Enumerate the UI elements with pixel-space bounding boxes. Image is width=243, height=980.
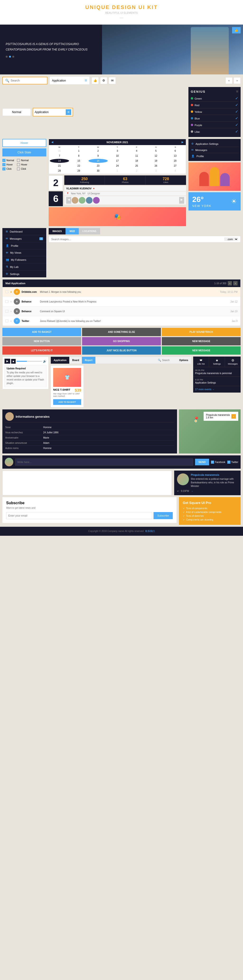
mail-prev-btn[interactable]: ‹: [228, 281, 232, 285]
like-icon-btn[interactable]: 👍: [91, 77, 99, 84]
sidebar-item-settings[interactable]: ⚙ Settings: [2, 270, 46, 277]
mail-star-3[interactable]: ★: [10, 310, 12, 313]
prev-arrow[interactable]: ‹: [225, 77, 233, 84]
cal-8[interactable]: 8: [69, 154, 88, 158]
subscribe-submit-btn[interactable]: Subscribe: [153, 512, 173, 519]
new-button-btn[interactable]: NEW BUTTON: [2, 337, 81, 345]
hero-dot-2[interactable]: [9, 56, 11, 57]
cal-5[interactable]: 5: [146, 149, 165, 153]
click-state-button[interactable]: Click State: [2, 148, 46, 156]
just-nice-blue-btn[interactable]: JUST NICE BLUE BUTTON: [82, 346, 161, 355]
search-box[interactable]: 🔍: [2, 77, 48, 84]
new-message-btn-1[interactable]: NEW MESSAGE: [162, 337, 241, 345]
mail-checkbox-1[interactable]: [5, 290, 8, 293]
twitter-check[interactable]: ✓ Twitter: [227, 461, 238, 464]
chat-icon-btn[interactable]: ✉: [109, 77, 116, 84]
checkbox-unchecked-1[interactable]: [17, 159, 20, 162]
sidebar-item-messages[interactable]: ✉ Messages 3: [2, 235, 46, 242]
cal-17[interactable]: 17: [108, 159, 127, 163]
cal-28[interactable]: 28: [50, 169, 69, 173]
cal-20[interactable]: 20: [166, 159, 185, 163]
cb-normal-2[interactable]: Normal: [17, 159, 29, 162]
cal-next[interactable]: ▶: [182, 141, 184, 144]
media-play-btn[interactable]: ▶: [5, 359, 10, 364]
checkbox-unchecked-3[interactable]: [17, 167, 20, 170]
cal-18[interactable]: 18: [127, 159, 146, 163]
menu-icon-2[interactable]: ≡: [66, 109, 71, 115]
genius-menu[interactable]: ≡: [236, 89, 238, 94]
tab-locations[interactable]: LOCATIONS: [79, 228, 100, 234]
checkbox-checked-3[interactable]: ✓: [2, 167, 5, 170]
cal-14[interactable]: 14: [50, 159, 69, 163]
settings-item-profile[interactable]: 👤 Profile: [190, 153, 239, 159]
cal-29[interactable]: 29: [69, 169, 88, 173]
hero-dot-3[interactable]: [12, 56, 14, 57]
app-dropdown-2[interactable]: Application ≡: [33, 108, 73, 116]
app-tab-search-area[interactable]: 🔍: [155, 358, 176, 363]
mail-star-4[interactable]: ★: [10, 320, 12, 322]
notif-messages-btn[interactable]: ⚙ Messages: [225, 356, 241, 367]
cal-31[interactable]: 31: [50, 149, 69, 153]
search-input[interactable]: [11, 79, 45, 82]
settings-item-messages[interactable]: ✉ Messages: [190, 147, 239, 153]
cal-24[interactable]: 24: [108, 164, 127, 168]
checkbox-unchecked-2[interactable]: [17, 163, 20, 166]
profile-thumb-prev[interactable]: ◀: [66, 197, 71, 204]
cal-1b[interactable]: 1: [108, 169, 127, 173]
cal-1[interactable]: 1: [69, 149, 88, 153]
cb-click-1[interactable]: ✓ Click: [2, 167, 14, 170]
tab-web[interactable]: WEB: [66, 228, 78, 234]
article-more[interactable]: →: [191, 490, 193, 492]
cal-10[interactable]: 10: [108, 154, 127, 158]
sidebar-item-followers[interactable]: 👥 My Followers: [2, 256, 46, 263]
checkbox-checked-2[interactable]: ✓: [2, 163, 5, 166]
chat-input[interactable]: [15, 458, 193, 466]
cal-21[interactable]: 21: [50, 164, 69, 168]
gear-icon-btn[interactable]: ⚙: [100, 77, 107, 84]
mail-checkbox-3[interactable]: [5, 310, 8, 313]
cb-normal-1[interactable]: ✓ Normal: [2, 159, 14, 162]
cb-click-2[interactable]: Click: [17, 167, 29, 170]
map-arrow-icon[interactable]: ›: [231, 414, 236, 418]
cal-19[interactable]: 19: [146, 159, 165, 163]
cal-26[interactable]: 26: [146, 164, 165, 168]
search-images-bar[interactable]: .com: [49, 236, 241, 242]
cal-27[interactable]: 27: [166, 164, 185, 168]
sidebar-item-dashboard[interactable]: ⊞ Dashboard: [2, 228, 46, 235]
cal-6[interactable]: 6: [166, 149, 185, 153]
cal-13[interactable]: 13: [166, 154, 185, 158]
notif-more[interactable]: 17 more events →: [193, 386, 241, 393]
app-dropdown-1[interactable]: Application ≡: [50, 76, 90, 84]
tab-images[interactable]: IMAGES: [49, 228, 66, 234]
play-soundtrack-btn[interactable]: PLAY SOUNDTRACK: [162, 328, 241, 336]
twitter-checkbox[interactable]: ✓: [227, 461, 230, 464]
app-search-input[interactable]: [162, 359, 174, 361]
lets-favorite-btn[interactable]: LET'S FAVORITE IT: [2, 346, 81, 355]
cal-2b[interactable]: 2: [127, 169, 146, 173]
search-domain-select[interactable]: .com: [224, 237, 238, 241]
footer-link[interactable]: 联系我们: [145, 530, 155, 533]
cal-4b[interactable]: 4: [166, 169, 185, 173]
hover-button[interactable]: Hover: [2, 139, 46, 147]
mail-checkbox-4[interactable]: [5, 320, 8, 322]
new-message-btn-2[interactable]: NEW MESSAGE: [162, 346, 241, 355]
cb-hover-1[interactable]: ✓ Hover: [2, 163, 14, 166]
cb-hover-2[interactable]: Hover: [17, 163, 29, 166]
profile-thumb-next[interactable]: ▶: [179, 197, 184, 204]
hero-like-button[interactable]: 👍: [232, 27, 241, 33]
mail-next-btn[interactable]: ›: [233, 281, 238, 285]
app-tab-board[interactable]: Board: [69, 357, 82, 364]
cal-11[interactable]: 11: [127, 154, 146, 158]
cal-15[interactable]: 15: [69, 159, 88, 163]
something-else-btn[interactable]: AND SOMETHING ELSE: [82, 328, 161, 336]
cal-22[interactable]: 22: [69, 164, 88, 168]
product-add-basket-btn[interactable]: ADD TO BASKET: [53, 399, 81, 405]
go-shopping-btn[interactable]: GO SHOPPING: [82, 337, 161, 345]
app-tab-report[interactable]: Report: [82, 357, 95, 364]
menu-icon-1[interactable]: ≡: [85, 78, 87, 83]
cal-2[interactable]: 2: [88, 149, 108, 153]
cal-7[interactable]: 7: [50, 154, 69, 158]
sidebar-item-mylab[interactable]: ⚗ My Lab: [2, 263, 46, 270]
cal-12[interactable]: 12: [146, 154, 165, 158]
cal-3[interactable]: 3: [108, 149, 127, 153]
